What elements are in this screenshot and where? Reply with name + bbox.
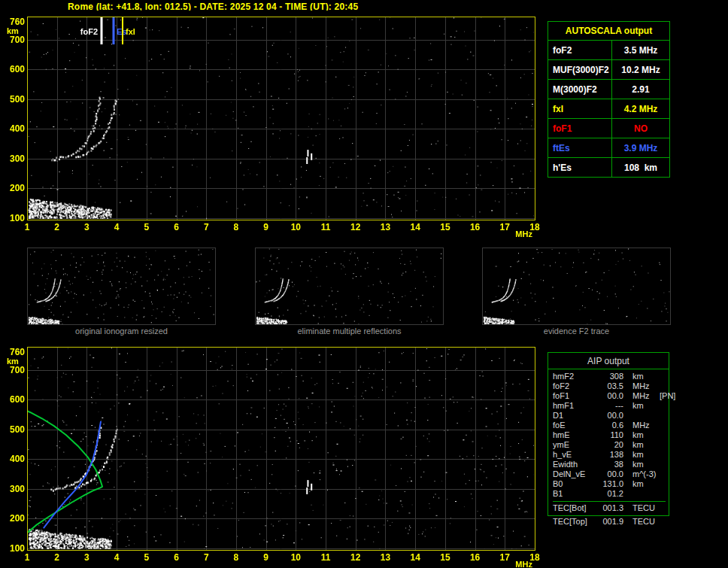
table-row: ymE 20 km — [553, 440, 666, 450]
table-row: hmF1 --- km — [553, 401, 666, 411]
table-row: hmF2 308 km — [553, 372, 666, 381]
param-value: 38 — [596, 460, 623, 469]
aip-rows: hmF2 308 km foF2 03.5 MHz foF1 00.0 MHz … — [548, 369, 669, 515]
param-value: 001.9 — [596, 517, 623, 527]
param-label: foE — [553, 421, 596, 430]
param-extra: [PN] — [660, 391, 675, 401]
param-label: hmF1 — [553, 401, 596, 411]
param-value: 001.3 — [596, 503, 623, 514]
param-value: 20 — [596, 440, 623, 450]
param-unit: MHz — [632, 421, 655, 430]
param-label: foF2 — [548, 41, 612, 60]
param-label: h'Es — [548, 158, 612, 178]
param-label: DelN_vE — [553, 469, 596, 479]
param-value: 01.2 — [596, 489, 623, 499]
param-unit — [632, 489, 655, 499]
param-label: TEC[Top] — [553, 517, 596, 527]
param-value: 2.91 — [612, 80, 670, 99]
param-value: 3.5 MHz — [612, 41, 670, 60]
param-unit: MHz — [632, 381, 655, 391]
thumbnail-f2-trace-canvas — [483, 248, 670, 324]
table-row: M(3000)F2 2.91 — [548, 80, 670, 99]
param-unit: km — [632, 401, 655, 411]
param-label: foF1 — [553, 391, 596, 401]
thumbnail-multiple-reflections — [255, 248, 444, 325]
param-value: NO — [612, 119, 670, 138]
param-unit: km — [632, 372, 655, 381]
param-unit: km — [632, 430, 655, 440]
table-row: foF1 NO — [548, 119, 670, 138]
table-row: B0 131.0 km — [553, 479, 666, 489]
table-row: D1 00.0 — [553, 411, 666, 421]
param-value: 308 — [596, 372, 623, 381]
table-row: foE 0.6 MHz — [553, 421, 666, 430]
param-value: --- — [596, 401, 623, 411]
table-row: foF1 00.0 MHz [PN] — [553, 391, 666, 401]
thumbnail-original-canvas — [28, 248, 215, 324]
param-label: hmE — [553, 430, 596, 440]
param-value: 00.0 — [596, 411, 623, 421]
thumbnail-reflections-canvas — [256, 248, 443, 324]
table-row: fxI 4.2 MHz — [548, 99, 670, 119]
param-label: B0 — [553, 479, 596, 489]
param-label: M(3000)F2 — [548, 80, 612, 99]
param-value: 4.2 MHz — [612, 99, 670, 119]
param-unit: km — [632, 460, 655, 469]
param-unit: km — [632, 450, 655, 460]
param-label: h_vE — [553, 450, 596, 460]
param-unit: TECU — [632, 503, 655, 514]
autoscala-table-header: AUTOSCALA output — [548, 22, 670, 41]
param-label: B1 — [553, 489, 596, 499]
param-label: ymE — [553, 440, 596, 450]
thumbnail-caption: original ionogram resized — [27, 327, 216, 336]
param-unit: MHz — [632, 391, 655, 401]
table-row: h'Es 108 km — [548, 158, 670, 178]
thumbnail-f2-trace — [482, 248, 671, 325]
top-ionogram-canvas — [0, 11, 544, 238]
table-row: hmE 110 km — [553, 430, 666, 440]
param-label: foF1 — [548, 119, 612, 138]
param-label: fxI — [548, 99, 612, 119]
param-label: D1 — [553, 411, 596, 421]
param-unit — [632, 411, 655, 421]
param-unit: km — [632, 479, 655, 489]
param-label: Ewidth — [553, 460, 596, 469]
param-unit: m^(-3) — [632, 469, 656, 479]
aip-table-header: AIP output — [548, 353, 669, 369]
thumbnail-caption: evidence F2 trace — [482, 327, 671, 336]
param-value: 0.6 — [596, 421, 623, 430]
table-row: h_vE 138 km — [553, 450, 666, 460]
param-value: 10.2 MHz — [612, 60, 670, 80]
autoscala-output-table: AUTOSCALA output foF2 3.5 MHz MUF(3000)F… — [548, 21, 670, 178]
aip-output-table: AIP output hmF2 308 km foF2 03.5 MHz foF… — [548, 352, 669, 516]
autoscala-window: Rome (lat: +41.8, lon: 012.5) - DATE: 20… — [0, 0, 728, 568]
param-label: foF2 — [553, 381, 596, 391]
table-row: MUF(3000)F2 10.2 MHz — [548, 60, 670, 80]
param-value: 00.0 — [596, 469, 623, 479]
param-value: 00.0 — [596, 391, 623, 401]
param-label: ftEs — [548, 138, 612, 158]
param-value: 03.5 — [596, 381, 623, 391]
thumbnail-caption: eliminate multiple reflections — [255, 327, 444, 336]
table-row: ftEs 3.9 MHz — [548, 138, 670, 158]
bottom-ionogram-canvas — [0, 341, 544, 568]
table-row: foF2 3.5 MHz — [548, 41, 670, 60]
param-unit: TECU — [632, 517, 655, 527]
table-row-tec-bot: TEC[Bot] 001.3 TECU — [553, 501, 666, 514]
table-row: DelN_vE 00.0 m^(-3) — [553, 469, 666, 479]
table-row-tec-top: TEC[Top] 001.9 TECU — [548, 517, 669, 527]
param-value: 138 — [596, 450, 623, 460]
table-row: B1 01.2 — [553, 489, 666, 499]
param-value: 131.0 — [596, 479, 623, 489]
param-label: hmF2 — [553, 372, 596, 381]
param-value: 110 — [596, 430, 623, 440]
param-value: 108 km — [612, 158, 670, 178]
param-label: MUF(3000)F2 — [548, 60, 612, 80]
param-label: TEC[Bot] — [553, 503, 596, 514]
table-row: Ewidth 38 km — [553, 460, 666, 469]
table-row: foF2 03.5 MHz — [553, 381, 666, 391]
thumbnail-original-ionogram — [27, 248, 216, 325]
param-unit: km — [632, 440, 655, 450]
param-value: 3.9 MHz — [612, 138, 670, 158]
